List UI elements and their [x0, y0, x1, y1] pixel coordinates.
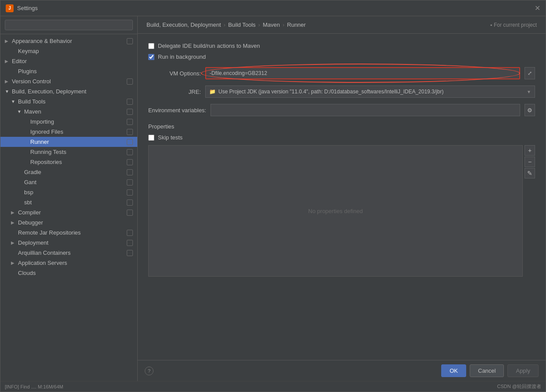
sidebar-item-label: Build, Execution, Deployment: [12, 88, 133, 95]
add-property-btn[interactable]: +: [525, 145, 535, 156]
sidebar-item-importing[interactable]: Importing: [0, 117, 137, 127]
for-current-label: For current project: [494, 22, 537, 28]
jre-row: JRE: 📁 Use Project JDK (java version "11…: [148, 86, 535, 98]
env-vars-label: Environment variables:: [148, 107, 206, 114]
sidebar-item-label: sbt: [24, 199, 125, 206]
sidebar-item-appearance[interactable]: ▶ Appearance & Behavior: [0, 36, 137, 46]
badge-icon: [127, 139, 133, 145]
jre-folder-icon: 📁: [209, 89, 216, 95]
cancel-button[interactable]: Cancel: [470, 364, 504, 377]
sidebar-item-label: Version Control: [12, 78, 125, 85]
app-icon: J: [6, 4, 14, 12]
apply-button[interactable]: Apply: [507, 364, 539, 377]
breadcrumb-part-3: Maven: [263, 21, 280, 28]
badge-icon: [127, 250, 133, 256]
breadcrumb-sep: ›: [282, 21, 284, 28]
jre-select[interactable]: 📁 Use Project JDK (java version "11.0.4"…: [205, 86, 535, 98]
delegate-checkbox[interactable]: [148, 43, 154, 49]
sidebar-item-label: Deployment: [18, 239, 125, 246]
sidebar-item-label: Arquillian Containers: [18, 249, 125, 256]
sidebar-item-gant[interactable]: Gant: [0, 177, 137, 187]
delegate-row: Delegate IDE build/run actions to Maven: [148, 43, 535, 49]
skip-tests-label[interactable]: Skip tests: [158, 134, 182, 141]
ok-button[interactable]: OK: [441, 364, 466, 377]
breadcrumb-sep: ›: [224, 21, 225, 28]
breadcrumb-part-2: Build Tools: [228, 21, 256, 28]
sidebar-item-sbt[interactable]: sbt: [0, 197, 137, 207]
sidebar-item-label: Clouds: [18, 270, 133, 276]
sidebar-item-deployment[interactable]: ▶ Deployment: [0, 238, 137, 248]
badge-icon: [127, 169, 133, 175]
search-input[interactable]: [5, 20, 133, 30]
properties-section: Properties Skip tests No properties defi…: [148, 123, 535, 277]
statusbar-right: CSDN @轮回摆渡者: [497, 383, 541, 390]
badge-icon: [127, 109, 133, 115]
sidebar-item-app-servers[interactable]: ▶ Application Servers: [0, 258, 137, 268]
delegate-label[interactable]: Delegate IDE build/run actions to Maven: [158, 43, 260, 49]
badge-icon: [127, 210, 133, 216]
sidebar-item-gradle[interactable]: Gradle: [0, 167, 137, 177]
run-background-checkbox[interactable]: [148, 54, 154, 60]
sidebar-item-runner[interactable]: Runner: [0, 137, 137, 147]
badge-icon: [127, 159, 133, 165]
properties-panel-container: No properties defined + − ✎: [148, 145, 535, 277]
sidebar-item-repositories[interactable]: Repositories: [0, 157, 137, 167]
badge-icon: [127, 129, 133, 135]
sidebar-item-bsp[interactable]: bsp: [0, 187, 137, 197]
remove-property-btn[interactable]: −: [525, 157, 535, 167]
vm-options-expand-btn[interactable]: ⤢: [525, 67, 535, 79]
sidebar-item-label: Application Servers: [18, 260, 133, 266]
statusbar: [INFO] Find .... M:16M/64M CSDN @轮回摆渡者: [0, 381, 546, 392]
sidebar-item-debugger[interactable]: ▶ Debugger: [0, 217, 137, 228]
settings-window: J Settings ✕ ▶ Appearance & Behavior Key…: [0, 0, 546, 392]
vm-options-input[interactable]: [205, 67, 520, 79]
breadcrumb-sep: ›: [258, 21, 260, 28]
sidebar-item-build-exec-deploy[interactable]: ▼ Build, Execution, Deployment: [0, 86, 137, 96]
edit-property-btn[interactable]: ✎: [525, 168, 535, 178]
sidebar-item-plugins[interactable]: Plugins: [0, 66, 137, 76]
sidebar-item-label: Runner: [30, 139, 125, 145]
badge-icon: [127, 38, 133, 44]
arrow-icon: ▶: [5, 79, 10, 84]
env-vars-input[interactable]: [211, 104, 520, 116]
sidebar-item-ignored-files[interactable]: Ignored Files: [0, 127, 137, 137]
sidebar-item-label: Gant: [24, 179, 125, 185]
close-button[interactable]: ✕: [535, 4, 540, 12]
sidebar-item-label: Plugins: [18, 68, 133, 75]
sidebar-item-editor[interactable]: ▶ Editor: [0, 56, 137, 66]
sidebar-item-clouds[interactable]: Clouds: [0, 268, 137, 278]
arrow-icon: ▼: [17, 109, 22, 114]
bottom-bar: ? OK Cancel Apply: [138, 360, 546, 381]
arrow-icon: ▶: [11, 240, 16, 245]
jre-value: Use Project JDK (java version "11.0.4", …: [218, 89, 443, 95]
env-vars-row: Environment variables: ⚙: [148, 104, 535, 116]
properties-panel: No properties defined: [148, 145, 523, 277]
for-current-project: ▪ For current project: [490, 22, 537, 28]
badge-icon: [127, 78, 133, 85]
sidebar-item-build-tools[interactable]: ▼ Build Tools: [0, 96, 137, 107]
sidebar-item-compiler[interactable]: ▶ Compiler: [0, 207, 137, 217]
badge-icon: [127, 230, 133, 236]
sidebar-item-version-control[interactable]: ▶ Version Control: [0, 76, 137, 86]
statusbar-text: [INFO] Find .... M:16M/64M: [5, 384, 63, 389]
sidebar-item-label: Appearance & Behavior: [12, 38, 125, 44]
window-title: Settings: [17, 5, 38, 11]
help-button[interactable]: ?: [145, 367, 153, 375]
arrow-icon: ▶: [5, 39, 10, 43]
search-box: [0, 16, 137, 34]
breadcrumb-part-1: Build, Execution, Deployment: [146, 21, 221, 28]
badge-icon: [127, 189, 133, 196]
settings-form: Delegate IDE build/run actions to Maven …: [138, 34, 546, 360]
run-background-label[interactable]: Run in background: [158, 53, 206, 60]
skip-tests-checkbox[interactable]: [148, 135, 154, 141]
sidebar-item-maven[interactable]: ▼ Maven: [0, 107, 137, 117]
sidebar-item-label: Keymap: [18, 48, 133, 54]
sidebar-item-label: Compiler: [18, 209, 125, 216]
sidebar-item-arquillian[interactable]: Arquillian Containers: [0, 248, 137, 258]
sidebar-item-label: Maven: [24, 108, 125, 115]
sidebar-item-keymap[interactable]: Keymap: [0, 46, 137, 56]
arrow-icon: ▼: [11, 99, 16, 104]
env-vars-edit-btn[interactable]: ⚙: [525, 104, 535, 116]
sidebar-item-remote-jar[interactable]: Remote Jar Repositories: [0, 228, 137, 238]
sidebar-item-running-tests[interactable]: Running Tests: [0, 147, 137, 157]
